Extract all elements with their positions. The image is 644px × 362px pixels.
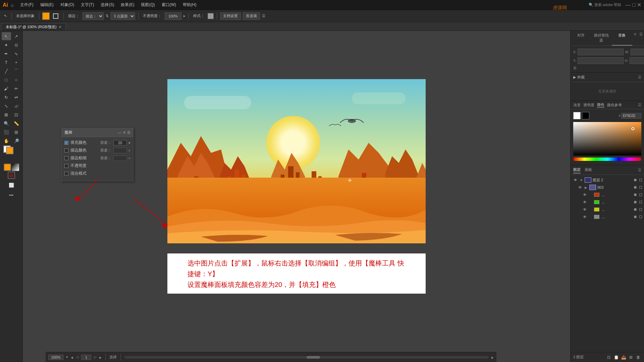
page-input[interactable]: [81, 355, 91, 360]
menu-view[interactable]: 视图(Q): [138, 1, 157, 8]
more-settings-icon[interactable]: ☰: [262, 14, 265, 18]
color-cursor[interactable]: [631, 127, 635, 130]
search-box[interactable]: 🔍 搜索 adobe 帮助: [589, 2, 622, 7]
constrain-icon[interactable]: ⛓: [573, 66, 577, 70]
select-tool[interactable]: ↖: [3, 13, 8, 19]
free-transform-tool[interactable]: ⊠: [2, 111, 11, 119]
hue-slider[interactable]: [573, 158, 641, 161]
move-to-new-layer-btn[interactable]: 📤: [621, 354, 627, 360]
document-tab[interactable]: 未标题-1* @ 100% (RGB/预览) ✕: [1, 23, 66, 31]
horizontal-scrollbar[interactable]: [124, 356, 489, 359]
perspective-tool[interactable]: ⊡: [12, 111, 21, 119]
zoom-input[interactable]: [48, 355, 63, 360]
foreground-color[interactable]: [6, 147, 13, 154]
menu-effect[interactable]: 效果(E): [118, 1, 137, 8]
page-first[interactable]: ◁: [76, 355, 78, 359]
merge-layers-btn[interactable]: ⊞: [628, 354, 634, 360]
tab-close-btn[interactable]: ✕: [59, 25, 61, 29]
layer-row-red[interactable]: 👁 ...: [571, 191, 644, 198]
zoom-tool[interactable]: 🔎: [12, 137, 21, 145]
area-type-tool[interactable]: ⁌: [12, 58, 21, 66]
magic-wand-tool[interactable]: ✦: [2, 41, 11, 49]
menu-text[interactable]: 文字(T): [78, 1, 97, 8]
pathfinder-tab[interactable]: 路径查找器: [591, 31, 611, 46]
curvature-tool[interactable]: ∿: [12, 50, 21, 58]
style-swatch[interactable]: [208, 13, 214, 19]
gray-target[interactable]: [634, 216, 637, 218]
menu-window[interactable]: 窗口(W): [159, 1, 179, 8]
lasso-tool[interactable]: ⊙: [12, 41, 21, 49]
opacity-input[interactable]: [165, 12, 181, 20]
make-clip-mask-btn[interactable]: ⊡: [606, 354, 612, 360]
gray-eye[interactable]: 👁: [582, 214, 587, 220]
gradient-tool[interactable]: ⬛: [2, 128, 11, 136]
color-menu[interactable]: ☰: [638, 103, 641, 107]
color-ref-label[interactable]: 颜色参考: [607, 103, 622, 108]
create-new-layer-btn[interactable]: 📋: [613, 354, 619, 360]
warp-tool[interactable]: ⌭: [12, 102, 21, 110]
hex-color-input[interactable]: [621, 113, 641, 119]
drawing-mode[interactable]: ⬜: [7, 181, 16, 189]
gradient-mode[interactable]: [12, 164, 19, 171]
page-next[interactable]: ▸: [99, 355, 102, 360]
h-input[interactable]: [630, 57, 644, 64]
layer2-target[interactable]: [634, 179, 637, 181]
more-tools[interactable]: •••: [7, 191, 16, 199]
panel-close-icon[interactable]: ✕: [632, 31, 638, 46]
green-target[interactable]: [634, 201, 637, 203]
fill-color-checkbox[interactable]: [64, 141, 68, 145]
w-input[interactable]: [631, 49, 644, 55]
align-tab[interactable]: 对齐: [571, 31, 591, 46]
pen-tool[interactable]: ✒: [2, 50, 11, 58]
fill-mode[interactable]: [4, 164, 11, 171]
doc-settings-btn[interactable]: 文档设置: [220, 12, 241, 20]
direct-select-tool[interactable]: ↗: [12, 32, 21, 40]
scrollbar-thumb[interactable]: [307, 356, 320, 359]
layers-tab[interactable]: 图层: [573, 167, 581, 173]
window-controls[interactable]: — □ ✕: [625, 2, 641, 8]
yellow-target[interactable]: [634, 208, 637, 211]
layer-row-layer2[interactable]: 👁 ▼ 图层 2: [571, 176, 644, 184]
none-mode[interactable]: ⊘: [8, 172, 15, 179]
003-eye[interactable]: 👁: [577, 185, 583, 190]
black-swatch[interactable]: [582, 112, 589, 119]
canvas-area[interactable]: ✛ 选中图片点击【扩展】，鼠标右击选择【取消编组】，使用【魔棒工具 快捷键：Y】…: [23, 31, 570, 362]
brush-select[interactable]: 3 点圆形: [111, 12, 135, 20]
magic-panel-close[interactable]: ✕: [123, 130, 126, 135]
tolerance-arrow[interactable]: ▸: [129, 141, 130, 144]
eyedropper-tool[interactable]: 🔍: [2, 119, 11, 127]
red-target[interactable]: [634, 193, 637, 196]
selection-tool[interactable]: ↖: [2, 32, 11, 40]
ellipse-tool[interactable]: ○: [12, 76, 21, 84]
arc-tool[interactable]: ⌒: [12, 67, 21, 75]
layer-row-gray[interactable]: 👁 ...: [571, 213, 644, 221]
pencil-tool[interactable]: ✏: [12, 84, 21, 93]
menu-file[interactable]: 文件(F): [17, 1, 36, 8]
layer2-expand[interactable]: ▼: [579, 178, 583, 182]
menu-object[interactable]: 对象(O): [58, 1, 77, 8]
layer-row-yellow[interactable]: 👁 ...: [571, 206, 644, 213]
color-label-active[interactable]: 颜色: [597, 102, 604, 108]
preferences-btn[interactable]: 首选项: [243, 12, 260, 20]
transform-tab[interactable]: 变换: [612, 31, 632, 46]
stroke-weight-checkbox[interactable]: [64, 156, 68, 160]
rotate-tool[interactable]: ↻: [2, 93, 11, 101]
layer2-eye[interactable]: 👁: [573, 177, 578, 183]
layer-row-003[interactable]: 👁 ▶ 003: [571, 184, 644, 191]
appearance-menu[interactable]: ☰: [638, 75, 641, 79]
red-eye[interactable]: 👁: [582, 192, 587, 197]
line-tool[interactable]: ╱: [2, 67, 11, 75]
stroke-color-arrow[interactable]: ▸: [129, 148, 130, 152]
type-tool[interactable]: T: [2, 58, 11, 66]
layer-row-green[interactable]: 👁 ...: [571, 198, 644, 206]
y-input[interactable]: [578, 57, 624, 64]
page-prev[interactable]: ◂: [71, 355, 73, 360]
rect-tool[interactable]: □: [2, 76, 11, 84]
menu-help[interactable]: 帮助(H): [180, 1, 199, 8]
opacity-checkbox[interactable]: [64, 164, 68, 168]
stroke-color-input[interactable]: [113, 148, 127, 153]
measure-tool[interactable]: 📏: [12, 119, 21, 127]
003-target[interactable]: [634, 186, 637, 189]
magic-panel-menu[interactable]: ☰: [127, 130, 130, 135]
blend-checkbox[interactable]: [64, 172, 68, 176]
